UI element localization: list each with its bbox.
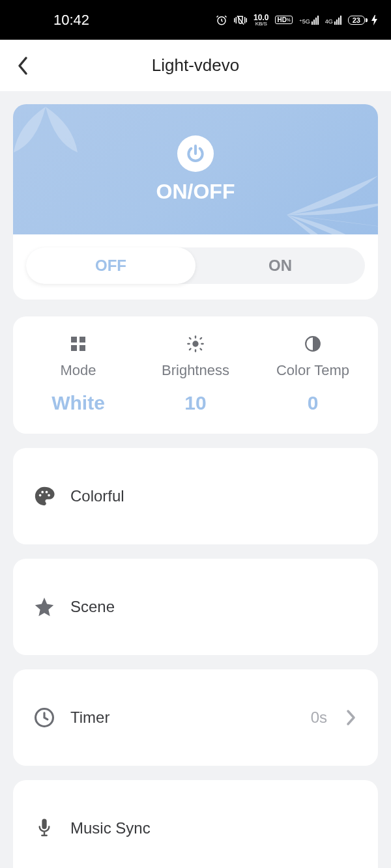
svg-point-16 xyxy=(39,494,42,497)
page-title: Light-vdevo xyxy=(13,55,378,76)
hd-badge: HD½ xyxy=(275,16,292,24)
svg-line-12 xyxy=(200,348,201,350)
vibrate-icon xyxy=(234,14,247,26)
timer-label: Timer xyxy=(70,708,297,727)
signal-5g: ⁺5G xyxy=(299,16,319,25)
back-button[interactable] xyxy=(13,56,33,76)
music-label: Music Sync xyxy=(70,819,358,837)
onoff-toggle[interactable]: OFF ON xyxy=(26,247,365,284)
scene-label: Scene xyxy=(70,598,358,616)
chevron-right-icon xyxy=(345,709,358,726)
stats-card: Mode White Brightness 10 Color Temp 0 xyxy=(13,316,378,434)
net-speed: 10.0 KB/S xyxy=(253,14,268,27)
svg-rect-3 xyxy=(80,337,85,343)
svg-point-6 xyxy=(192,341,198,346)
clock-icon xyxy=(33,706,56,729)
brightness-value: 10 xyxy=(184,392,206,414)
grid-icon xyxy=(70,335,87,353)
sun-icon xyxy=(186,335,205,353)
status-bar: 10:42 10.0 KB/S HD½ ⁺5G 4G xyxy=(0,0,391,40)
mode-stat[interactable]: Mode White xyxy=(20,335,137,414)
svg-point-19 xyxy=(48,494,50,497)
svg-point-18 xyxy=(46,491,48,494)
colortemp-label: Color Temp xyxy=(276,362,349,379)
decorative-leaf-icon xyxy=(287,150,378,234)
mode-label: Mode xyxy=(60,362,96,379)
mode-value: White xyxy=(51,392,105,414)
svg-rect-4 xyxy=(71,345,77,351)
svg-rect-2 xyxy=(71,337,77,343)
battery-icon: 23 xyxy=(348,16,365,25)
toggle-on[interactable]: ON xyxy=(195,247,365,284)
timer-value: 0s xyxy=(311,708,327,727)
svg-line-11 xyxy=(190,338,191,339)
nav-bar: Light-vdevo xyxy=(0,40,391,91)
star-icon xyxy=(33,595,56,619)
colortemp-value: 0 xyxy=(308,392,319,414)
contrast-icon xyxy=(304,335,321,353)
status-right: 10.0 KB/S HD½ ⁺5G 4G 23 xyxy=(216,14,378,27)
music-row[interactable]: Music Sync xyxy=(13,780,378,868)
svg-line-13 xyxy=(200,338,201,339)
toggle-off[interactable]: OFF xyxy=(26,247,195,284)
brightness-stat[interactable]: Brightness 10 xyxy=(137,335,254,414)
content: ON/OFF OFF ON Mode White Brightness 10 C xyxy=(0,91,391,868)
status-time: 10:42 xyxy=(13,12,89,29)
hero-card: ON/OFF xyxy=(13,104,378,234)
hero-label: ON/OFF xyxy=(156,180,235,204)
charging-icon xyxy=(371,15,378,25)
palette-icon xyxy=(33,484,56,508)
signal-4g: 4G xyxy=(325,16,341,25)
alarm-icon xyxy=(216,14,227,26)
colortemp-stat[interactable]: Color Temp 0 xyxy=(254,335,371,414)
mic-icon xyxy=(33,817,56,840)
svg-point-17 xyxy=(41,491,44,494)
svg-line-14 xyxy=(190,348,191,350)
decorative-leaf-icon xyxy=(13,104,91,189)
colorful-label: Colorful xyxy=(70,487,358,505)
power-button[interactable] xyxy=(177,135,214,172)
colorful-row[interactable]: Colorful xyxy=(13,448,378,544)
toggle-section: OFF ON xyxy=(13,234,378,300)
svg-rect-21 xyxy=(42,819,46,829)
timer-row[interactable]: Timer 0s xyxy=(13,669,378,766)
svg-rect-5 xyxy=(80,345,85,351)
scene-row[interactable]: Scene xyxy=(13,559,378,655)
brightness-label: Brightness xyxy=(162,362,229,379)
